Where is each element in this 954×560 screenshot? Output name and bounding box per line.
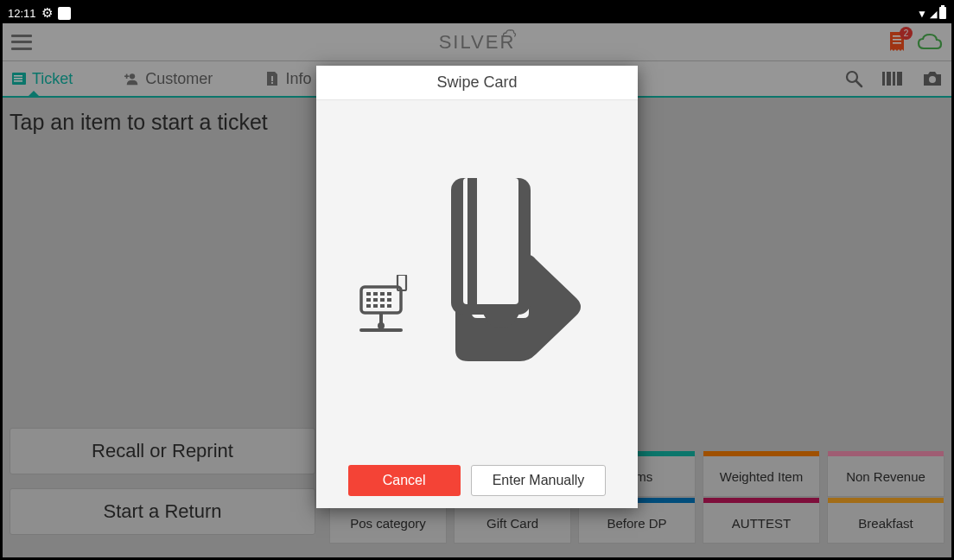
svg-rect-34 (373, 304, 378, 308)
menu-button[interactable] (11, 35, 32, 50)
svg-rect-31 (380, 298, 385, 302)
category-auttest[interactable]: AUTTEST (703, 502, 820, 544)
app-status-icon (58, 7, 71, 20)
settings-status-icon (41, 5, 53, 21)
svg-point-7 (130, 73, 135, 79)
svg-rect-15 (887, 72, 891, 86)
svg-rect-2 (893, 42, 901, 44)
category-breakfast[interactable]: Breakfast (827, 502, 944, 544)
svg-rect-39 (359, 328, 403, 332)
svg-rect-32 (387, 298, 391, 302)
modal-title: Swipe Card (316, 66, 638, 100)
tab-customer[interactable]: Customer (124, 70, 213, 88)
enter-manually-button[interactable]: Enter Manually (471, 465, 607, 496)
barcode-icon[interactable] (882, 70, 903, 87)
tab-ticket-label: Ticket (32, 70, 73, 88)
svg-rect-30 (373, 298, 378, 302)
svg-rect-36 (387, 304, 391, 308)
svg-rect-5 (14, 78, 22, 80)
svg-point-38 (378, 322, 385, 329)
svg-rect-25 (366, 292, 371, 296)
svg-rect-27 (380, 292, 385, 296)
svg-point-18 (929, 76, 936, 83)
svg-rect-6 (14, 80, 22, 82)
category-pos[interactable]: Pos category (329, 502, 447, 544)
category-weighted-item[interactable]: Weighted Item (703, 455, 820, 497)
swipe-card-modal: Swipe Card (316, 66, 638, 508)
svg-rect-26 (373, 292, 378, 296)
svg-rect-35 (380, 304, 385, 308)
svg-rect-33 (366, 304, 371, 308)
signal-icon (930, 7, 937, 20)
swipe-card-graphic (347, 173, 607, 380)
app-logo: SILVER (439, 31, 516, 54)
start-return-button[interactable]: Start a Return (10, 488, 315, 535)
tab-info-label: Info (285, 70, 311, 88)
recall-reprint-button[interactable]: Recall or Reprint (10, 428, 315, 474)
battery-icon (939, 7, 946, 19)
ticket-icon (11, 71, 27, 86)
svg-rect-1 (893, 39, 901, 41)
search-icon[interactable] (844, 69, 863, 88)
info-icon (264, 71, 280, 86)
category-gift-card[interactable]: Gift Card (454, 502, 571, 544)
customer-icon (124, 71, 140, 86)
svg-rect-22 (467, 178, 477, 304)
tab-customer-label: Customer (145, 70, 213, 88)
svg-rect-16 (893, 72, 895, 86)
wifi-icon (917, 7, 927, 20)
camera-icon[interactable] (922, 70, 943, 87)
svg-rect-9 (126, 74, 128, 79)
ticket-hint: Tap an item to start a ticket (10, 110, 315, 135)
app-bar: SILVER 2 (3, 23, 951, 61)
tab-ticket[interactable]: Ticket (11, 70, 73, 88)
svg-rect-14 (882, 72, 885, 86)
tab-info[interactable]: Info (264, 70, 311, 88)
receipt-badge: 2 (900, 27, 913, 40)
svg-rect-17 (897, 72, 902, 86)
svg-line-13 (856, 81, 862, 86)
svg-rect-4 (14, 75, 22, 77)
cloud-sync-icon[interactable] (917, 33, 943, 52)
left-pane: Tap an item to start a ticket Recall or … (3, 98, 322, 557)
receipt-icon[interactable]: 2 (887, 31, 906, 54)
svg-rect-10 (271, 82, 273, 84)
cancel-button[interactable]: Cancel (348, 465, 461, 496)
svg-rect-28 (387, 292, 391, 296)
clock: 12:11 (8, 7, 36, 20)
android-status-bar: 12:11 (3, 3, 951, 23)
svg-rect-11 (271, 76, 273, 81)
svg-rect-29 (366, 298, 371, 302)
category-before-dp[interactable]: Before DP (578, 502, 696, 544)
category-non-revenue[interactable]: Non Revenue (827, 455, 944, 497)
